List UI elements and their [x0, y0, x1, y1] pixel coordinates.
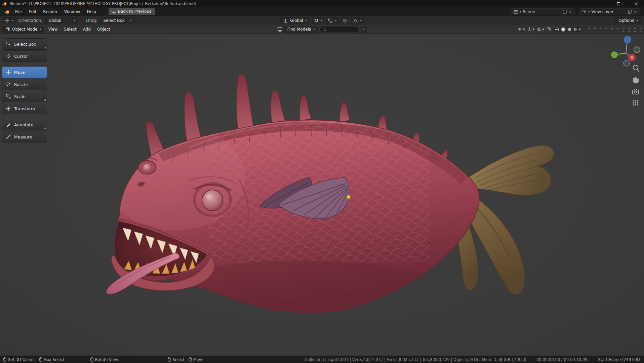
unlink-scene-icon[interactable]: × — [568, 9, 572, 14]
menu-file[interactable]: File — [12, 8, 25, 15]
blender-logo-icon — [2, 1, 7, 6]
chevron-down-icon: ▾ — [523, 27, 525, 32]
menu-window[interactable]: Window — [61, 8, 83, 15]
drag-dropdown[interactable]: Select Box ▾ — [100, 17, 135, 24]
remove-view-layer-icon[interactable]: × — [634, 9, 637, 14]
transform-orientation-dropdown[interactable]: Global ▾ — [280, 17, 310, 24]
collapsed-headers-region[interactable] — [585, 27, 642, 32]
tool-move[interactable]: Move — [2, 67, 47, 78]
toggle-view-grid-button[interactable] — [633, 100, 639, 106]
viewport-3d[interactable]: X — [0, 34, 644, 356]
proportional-edit-toggle[interactable] — [340, 17, 349, 24]
mouse-icon — [3, 357, 6, 362]
collapse-chevron-icon — [594, 27, 596, 29]
tool-label: Select Box — [14, 42, 36, 47]
falloff-curve-icon — [353, 18, 358, 23]
chevron-down-icon: ▾ — [321, 19, 322, 22]
menu-help[interactable]: Help — [84, 8, 99, 15]
back-to-previous-button[interactable]: Back to Previous — [109, 8, 155, 15]
snap-target-dropdown[interactable]: ▾ — [326, 17, 339, 24]
tool-label: Measure — [14, 134, 32, 139]
menubar: File Edit Render Window Help Back to Pre… — [0, 7, 644, 16]
move-tool-icon — [5, 18, 9, 23]
gizmo-neg-z-axis[interactable] — [623, 60, 630, 66]
tool-scale[interactable]: Scale — [2, 91, 47, 102]
rotate-icon — [6, 82, 11, 87]
transform-icon — [6, 106, 11, 111]
hint-set-3d-cursor: Set 3D Cursor — [3, 357, 35, 362]
blender-menu-button[interactable] — [3, 9, 11, 14]
tool-transform[interactable]: Transform — [2, 103, 47, 114]
shading-rendered-button[interactable] — [573, 27, 578, 32]
find-models-filter-dropdown[interactable]: ▾ — [361, 26, 367, 33]
tool-label: Annotate — [14, 122, 33, 127]
zoom-button[interactable] — [633, 65, 639, 72]
tool-rotate[interactable]: Rotate — [2, 79, 47, 90]
overlays-dropdown[interactable]: ▾ — [537, 27, 544, 32]
chevron-down-icon: ▾ — [74, 19, 76, 22]
shading-wireframe-button[interactable] — [555, 27, 560, 32]
menu-render[interactable]: Render — [40, 8, 61, 15]
falloff-dropdown[interactable]: ▾ — [351, 17, 364, 24]
mode-selector[interactable]: Object Mode ▾ — [2, 26, 44, 33]
chevron-down-icon: ▾ — [130, 19, 132, 22]
gizmo-z-axis[interactable] — [624, 36, 631, 43]
scene-selector[interactable]: ▾ Scene × — [511, 8, 575, 15]
menu-select[interactable]: Select — [62, 26, 79, 33]
options-dropdown[interactable]: Options ▾ — [615, 17, 641, 24]
asset-browser-icon — [278, 27, 282, 32]
tool-measure[interactable]: Measure — [2, 131, 47, 143]
drag-label: Drag: — [86, 18, 97, 23]
object-origin-dot[interactable] — [347, 195, 351, 199]
eye-icon — [517, 27, 522, 31]
proportional-edit-icon — [343, 18, 347, 23]
find-models-dropdown[interactable]: Find Models ▾ — [284, 26, 318, 33]
new-view-layer-icon[interactable] — [628, 10, 632, 14]
gizmos-dropdown[interactable]: ▾ — [527, 27, 534, 32]
snap-toggle[interactable]: ▾ — [312, 17, 324, 24]
gizmo-y-axis[interactable] — [611, 51, 618, 58]
fish-model: X — [0, 34, 644, 356]
shading-material-button[interactable] — [567, 27, 572, 32]
collapse-chevron-icon — [605, 27, 608, 29]
viewport-header: Object Mode ▾ View Select Add Object Fin… — [0, 25, 644, 34]
view-layer-name: View Layer — [592, 9, 627, 14]
search-icon — [323, 28, 326, 31]
titlebar: Blender* [D:\PROJECT_2020\PHILIPPINE MYT… — [0, 0, 644, 7]
new-scene-icon[interactable] — [563, 10, 567, 14]
find-models-search-input[interactable] — [328, 27, 355, 31]
menu-view[interactable]: View — [45, 26, 60, 33]
shading-solid-button[interactable] — [561, 27, 566, 32]
view-layer-icon — [582, 10, 587, 14]
menu-object[interactable]: Object — [94, 26, 113, 33]
xray-toggle[interactable] — [547, 27, 551, 31]
collapse-chevron-icon — [634, 30, 636, 32]
menu-edit[interactable]: Edit — [26, 8, 39, 15]
tool-cursor[interactable]: Cursor — [2, 50, 47, 62]
orientation-dropdown[interactable]: Global ▾ — [45, 17, 78, 24]
find-models-search[interactable] — [320, 26, 359, 33]
close-button[interactable]: × — [629, 0, 644, 7]
tool-annotate[interactable]: Annotate — [2, 119, 47, 130]
window-title: Blender* [D:\PROJECT_2020\PHILIPPINE MYT… — [9, 1, 196, 6]
active-tool-button[interactable]: ▾ — [3, 17, 15, 24]
orientation-label: Orientation: — [18, 18, 43, 23]
view-layer-selector[interactable]: ▾ View Layer × — [579, 8, 640, 15]
visibility-dropdown[interactable]: ▾ — [517, 27, 525, 32]
object-mode-icon — [5, 27, 10, 32]
collapse-chevron-icon — [617, 27, 619, 29]
navigation-gizmo[interactable]: X — [611, 36, 640, 66]
camera-view-button[interactable] — [633, 89, 639, 94]
pan-hand-button[interactable] — [633, 77, 639, 83]
hint-rotate-view: Rotate View — [90, 357, 118, 362]
collapse-chevron-icon — [640, 27, 642, 29]
chevron-down-icon: ▾ — [542, 27, 544, 32]
blender-logo-icon — [4, 9, 10, 14]
minimize-button[interactable] — [593, 0, 608, 7]
collapse-chevron-icon — [600, 27, 602, 29]
menu-add[interactable]: Add — [80, 26, 93, 33]
axes-icon — [283, 18, 288, 23]
gizmo-neg-y-axis[interactable] — [634, 47, 640, 53]
maximize-button[interactable] — [611, 0, 626, 7]
tool-select-box[interactable]: Select Box — [2, 38, 47, 50]
